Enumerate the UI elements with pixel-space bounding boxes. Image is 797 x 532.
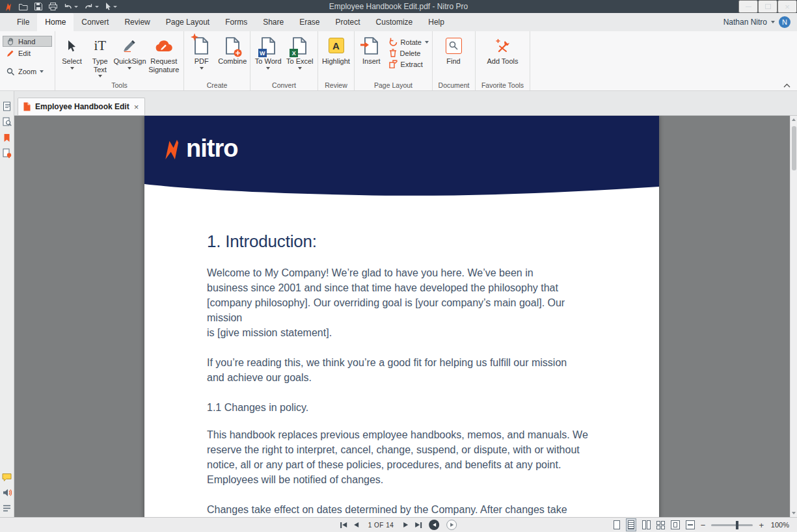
scroll-up-icon [792,118,796,121]
account-menu[interactable]: Nathan Nitro N [723,13,797,31]
ribbon-group-create: PDF Combine Create [184,31,250,90]
tab-help[interactable]: Help [420,13,452,31]
tab-share[interactable]: Share [255,13,291,31]
request-signature-button[interactable]: Request Signature [146,33,182,73]
minimize-icon [746,7,751,7]
menu-bar: File Home Convert Review Page Layout For… [0,13,797,31]
document-tab[interactable]: Employee Handbook Edit × [18,98,145,115]
add-tools-button[interactable]: Add Tools [483,33,522,66]
zoom-tool-button[interactable]: Zoom [3,66,52,77]
find-button[interactable]: Find [435,33,472,66]
document-canvas[interactable]: nitro 1. Introduction: Welcome to My Com… [14,116,797,517]
bookmarks-icon[interactable] [2,133,12,142]
to-excel-page-icon: X [293,35,306,56]
sound-icon[interactable] [2,488,12,498]
highlight-button[interactable]: A Highlight [320,33,352,66]
tab-forms[interactable]: Forms [217,13,255,31]
tab-page-layout[interactable]: Page Layout [158,13,217,31]
search-document-icon[interactable] [2,117,12,127]
single-page-view-button[interactable] [614,520,620,529]
first-page-icon [342,522,347,527]
zoom-slider-handle[interactable] [736,521,738,529]
redo-button[interactable] [85,3,99,10]
collapse-ribbon-button[interactable] [783,83,790,88]
tab-protect[interactable]: Protect [328,13,368,31]
request-signature-cloud-icon [154,35,174,56]
combine-button[interactable]: Combine [217,33,249,66]
close-tab-icon[interactable]: × [134,103,139,111]
print-button[interactable] [49,3,57,10]
maximize-button[interactable] [758,0,777,13]
next-view-button[interactable] [446,520,457,530]
vertical-scrollbar[interactable] [790,116,797,517]
ribbon-group-convert: W To Word X To Excel Convert [250,31,318,90]
tab-erase[interactable]: Erase [291,13,327,31]
next-page-button[interactable] [403,522,408,527]
fit-width-icon [686,520,695,529]
group-label-convert: Convert [250,81,317,89]
title-bar: Employee Handbook Edit.pdf - Nitro Pro × [0,0,797,13]
to-excel-button[interactable]: X To Excel [284,33,316,70]
tab-review[interactable]: Review [116,13,157,31]
facing-view-button[interactable] [642,520,651,529]
hand-tool-button[interactable]: Hand [3,36,52,47]
page-indicator[interactable]: 1 OF 14 [368,522,394,529]
close-icon: × [785,2,790,12]
extract-pages-button[interactable]: Extract [389,60,429,68]
next-page-icon [403,522,408,527]
zoom-slider[interactable] [711,524,753,526]
text-lines-icon[interactable] [2,503,12,513]
fit-page-button[interactable] [671,520,680,529]
workspace: Employee Handbook Edit × nitro [0,91,797,517]
quicksign-button[interactable]: QuickSign [113,33,146,70]
zoom-in-button[interactable]: + [759,521,764,529]
edit-tool-label: Edit [18,49,31,57]
save-button[interactable] [34,3,42,10]
minimize-button[interactable] [738,0,758,13]
excel-badge-icon: X [290,49,298,57]
page-thumbnails-icon[interactable] [2,101,12,111]
to-word-button[interactable]: W To Word [252,33,284,70]
zoom-out-button[interactable]: − [701,521,706,529]
open-folder-button[interactable] [19,3,28,10]
scroll-up-button[interactable] [790,116,797,124]
status-bar: 1 OF 14 − + 100% [0,517,797,532]
left-sidebar [0,91,14,517]
last-page-icon [415,522,420,527]
avatar[interactable]: N [779,16,790,28]
tab-convert[interactable]: Convert [74,13,116,31]
find-icon [446,35,462,56]
rotate-button[interactable]: Rotate [389,38,429,46]
digital-signatures-icon[interactable] [2,148,12,158]
edit-tool-button[interactable]: Edit [3,48,52,59]
first-page-button[interactable] [340,522,347,528]
close-button[interactable]: × [777,0,797,13]
type-text-caret-icon [98,75,102,77]
fit-width-button[interactable] [686,520,695,529]
continuous-view-button[interactable] [626,518,636,531]
delete-pages-button[interactable]: Delete [389,49,429,57]
zoom-level: 100% [770,521,789,529]
edit-pencil-icon [6,49,15,57]
tab-home[interactable]: Home [37,13,74,31]
tab-file[interactable]: File [9,13,37,31]
select-button[interactable]: Select [57,33,87,70]
create-pdf-button[interactable]: PDF [186,33,217,70]
last-page-button[interactable] [415,522,422,528]
type-text-button[interactable]: iT Type Text [87,33,113,77]
undo-button[interactable] [64,3,78,10]
tab-customize[interactable]: Customize [368,13,421,31]
quick-tool-pointer-button[interactable] [105,3,117,10]
group-label-page-layout: Page Layout [355,81,432,89]
group-label-tools: Tools [55,81,183,89]
insert-pages-button[interactable]: Insert [357,33,386,66]
scroll-down-button[interactable] [790,509,797,517]
hand-icon [6,37,15,46]
nitro-logo-word: nitro [186,135,237,163]
facing-continuous-view-button[interactable] [656,521,665,529]
previous-view-button[interactable] [429,520,439,530]
previous-page-button[interactable] [354,522,358,527]
scrollbar-thumb[interactable] [792,126,796,170]
ribbon: Hand Edit Zoom [0,31,797,91]
comments-icon[interactable] [2,472,12,482]
